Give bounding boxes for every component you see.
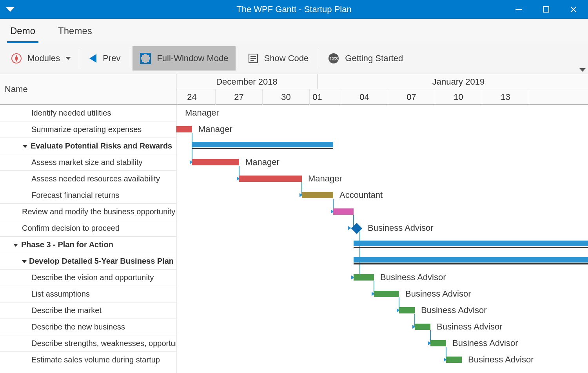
tree-row-label: Describe the vision and opportunity [31, 273, 154, 282]
gantt-bar-label: Manager [245, 157, 279, 167]
tree-row-label: Evaluate Potential Risks and Rewards [31, 141, 172, 150]
month-cell: December 2018 [176, 74, 318, 89]
gantt-bar-label: Manager [308, 174, 342, 184]
gantt-task-bar[interactable] [192, 159, 239, 165]
tree-row-label: Describe the market [31, 306, 102, 315]
separator [238, 48, 238, 69]
tree-row-label: Describe strengths, weaknesses, opportun… [31, 339, 176, 348]
svg-marker-8 [89, 54, 96, 63]
tree-row[interactable]: Estimate sales volume during startup [0, 351, 176, 368]
expander-icon[interactable] [22, 143, 28, 149]
tree-row-label: Describe the new business [31, 322, 125, 331]
tree-row[interactable]: Evaluate Potential Risks and Rewards [0, 138, 176, 154]
close-button[interactable] [562, 0, 585, 19]
show-code-label: Show Code [264, 53, 309, 63]
tree-row[interactable]: Identify needed utilities [0, 105, 176, 121]
gantt-row [176, 121, 588, 138]
tree-row[interactable]: Confirm decision to proceed [0, 220, 176, 236]
tree-row[interactable]: Develop Detailed 5-Year Business Plan [0, 253, 176, 269]
tree-row[interactable]: Describe strengths, weaknesses, opportun… [0, 335, 176, 351]
ribbon-expand-toggle[interactable] [579, 67, 586, 72]
gantt-bar-label: Manager [198, 124, 232, 134]
tree-row[interactable]: Describe the vision and opportunity [0, 269, 176, 286]
tree-row-label: Confirm decision to proceed [22, 224, 120, 233]
gantt-summary-bar[interactable] [354, 241, 588, 246]
svg-marker-7 [65, 57, 71, 60]
separator [130, 48, 130, 69]
gantt-summary-bar[interactable] [192, 142, 333, 147]
gantt-bar-label: Business Advisor [368, 223, 434, 233]
getting-started-label: Getting Started [345, 53, 403, 63]
show-code-button[interactable]: Show Code [241, 46, 316, 71]
gantt-summary-bar[interactable] [354, 257, 588, 263]
separator [79, 48, 79, 69]
tree-row-label: Summarize operating expenses [31, 125, 142, 134]
gantt-row [176, 335, 588, 351]
tab-demo[interactable]: Demo [7, 20, 38, 43]
tree-row-label: List assumptions [31, 290, 90, 299]
gantt-bar-label: Business Advisor [421, 305, 487, 315]
day-cell: 10 [435, 89, 482, 105]
svg-marker-17 [23, 145, 27, 148]
tree-row[interactable]: Forecast financial returns [0, 187, 176, 203]
gantt-row [176, 319, 588, 335]
gantt-task-bar[interactable] [333, 208, 354, 215]
gantt-row [176, 302, 588, 319]
tree-row-label: Review and modify the business opportuni… [22, 207, 175, 216]
tree-row-label: Estimate sales volume during startup [31, 355, 160, 364]
svg-text:123: 123 [329, 56, 338, 62]
ribbon-tabstrip: Demo Themes [0, 19, 588, 43]
tree-row[interactable]: Describe the new business [0, 319, 176, 335]
tab-themes[interactable]: Themes [55, 20, 95, 43]
tree-row-label: Assess needed resources availability [31, 174, 160, 183]
chevron-down-icon [65, 56, 71, 61]
tree-row-label: Forecast financial returns [31, 191, 120, 200]
tree-row[interactable]: List assumptions [0, 286, 176, 302]
gantt-task-bar[interactable] [354, 274, 374, 281]
gantt-bar-label: Accountant [339, 190, 383, 200]
tree-column-header[interactable]: Name [0, 74, 176, 105]
separator [318, 48, 318, 69]
gantt-task-bar[interactable] [302, 192, 333, 198]
modules-dropdown[interactable]: Modules [4, 46, 76, 71]
gantt-row [176, 203, 588, 220]
maximize-button[interactable] [535, 0, 557, 19]
tree-row[interactable]: Review and modify the business opportuni… [0, 203, 176, 220]
tree-row[interactable]: Assess market size and stability [0, 154, 176, 170]
gantt-bar-label: Business Advisor [437, 322, 503, 332]
gantt-task-bar[interactable] [415, 324, 430, 330]
getting-started-button[interactable]: 123 Getting Started [321, 46, 410, 71]
gantt-timeline-pane[interactable]: December 2018January 2019 24273001040710… [176, 74, 588, 373]
gantt-body[interactable]: ManagerManagerManagerManagerAccountantBu… [176, 105, 588, 373]
prev-button[interactable]: Prev [82, 46, 127, 71]
prev-icon [89, 53, 97, 63]
gantt-bar-label: Business Advisor [452, 338, 518, 348]
fullscreen-icon [140, 53, 151, 64]
toolbar: Modules Prev Full-Window Mode Show Code … [0, 43, 588, 74]
gantt-task-bar[interactable] [430, 340, 446, 346]
gantt-row [176, 105, 588, 121]
gantt-task-bar[interactable] [374, 291, 399, 297]
day-cell: 04 [341, 89, 388, 105]
full-window-button[interactable]: Full-Window Mode [132, 46, 235, 71]
tree-row[interactable]: Describe the market [0, 302, 176, 319]
svg-marker-0 [6, 7, 15, 12]
tree-row[interactable]: Summarize operating expenses [0, 121, 176, 138]
svg-rect-2 [543, 7, 549, 12]
gantt-row [176, 170, 588, 187]
tree-row-label: Assess market size and stability [31, 158, 142, 167]
gantt-task-bar[interactable] [176, 126, 192, 132]
gantt-task-bar[interactable] [446, 357, 462, 363]
day-cell: 27 [216, 89, 263, 105]
gantt-task-bar[interactable] [399, 307, 415, 313]
expander-icon[interactable] [13, 242, 19, 248]
gantt-task-bar[interactable] [239, 176, 302, 182]
tree-row[interactable]: Assess needed resources availability [0, 170, 176, 187]
minimize-button[interactable] [507, 0, 530, 19]
tree-row[interactable]: Phase 3 - Plan for Action [0, 236, 176, 253]
full-window-label: Full-Window Mode [157, 53, 228, 63]
expander-icon[interactable] [22, 258, 27, 264]
task-tree-pane: Name Identify needed utilitiesSummarize … [0, 74, 176, 373]
month-cell: January 2019 [318, 74, 588, 89]
system-menu-button[interactable] [3, 0, 17, 19]
